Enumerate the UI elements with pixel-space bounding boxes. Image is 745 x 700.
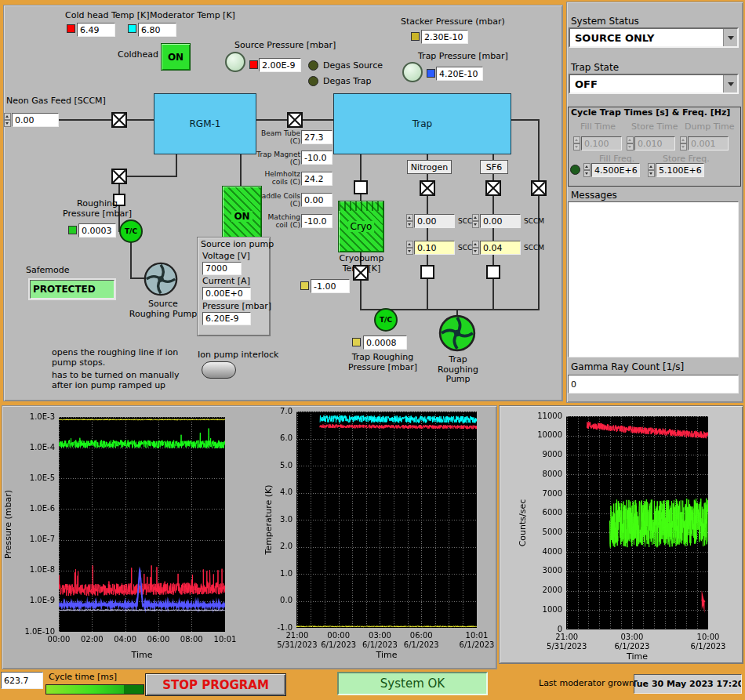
beam-tube-valve[interactable] — [287, 112, 303, 128]
store-time-label: Store Time — [631, 122, 678, 132]
cryo-box: Cryo — [338, 201, 384, 252]
neon-gas-feed-input[interactable]: 0.00 — [12, 113, 59, 127]
store-freq-stepper[interactable] — [648, 163, 655, 177]
roughing-valve[interactable] — [111, 169, 127, 184]
source-pressure-label: Source Pressure [mbar] — [234, 41, 336, 51]
moderator-indicator — [128, 24, 136, 33]
safemode-value: PROTECTED — [30, 280, 114, 299]
chevron-down-icon[interactable] — [723, 29, 737, 46]
dump-time-stepper — [680, 136, 687, 151]
pipe-line — [240, 153, 242, 187]
cycle-time-value: 623.7 — [1, 672, 43, 689]
system-ok-status: System OK — [337, 672, 488, 695]
pipe-line — [427, 194, 428, 267]
source-pressure-led — [225, 52, 245, 72]
trap-roughing-valve[interactable] — [353, 265, 369, 281]
temperature-chart — [263, 405, 499, 670]
pipe-line — [510, 119, 539, 121]
store-freq-input[interactable]: 5.100E+6 — [656, 163, 704, 177]
fill-freq-stepper[interactable] — [583, 163, 591, 177]
freq-enable-led[interactable] — [570, 165, 580, 175]
trap-roughing-pressure-indicator — [352, 338, 361, 346]
beam-tube-value: 27.3 — [301, 130, 333, 144]
fill-time-label: Fill Time — [580, 122, 616, 132]
n2-trickle-flow-input[interactable]: 0.10 — [414, 241, 455, 255]
coldhead-on-button[interactable]: ON — [161, 43, 191, 71]
nitrogen-valve[interactable] — [420, 180, 435, 196]
sf6-main-flow-unit: SCCM — [524, 217, 544, 225]
trap-magnet-value: -10.0 — [301, 151, 333, 165]
stop-program-button[interactable]: STOP PROGRAM — [145, 673, 286, 696]
source-roughing-pump-label: Source Roughing Pump — [128, 299, 198, 319]
system-status-dropdown[interactable]: SOURCE ONLY — [569, 27, 739, 48]
vent-valve[interactable] — [531, 180, 547, 196]
sf6-fitting — [486, 265, 500, 279]
sf6-valve[interactable] — [485, 180, 501, 196]
trap-state-value: OFF — [570, 75, 723, 92]
fill-freq-input[interactable]: 4.500E+6 — [591, 163, 640, 177]
roughing-pressure-value: 0.0003 — [78, 223, 116, 238]
cold-head-indicator — [67, 24, 75, 33]
trap-pressure-led — [402, 62, 423, 82]
stacker-pressure-indicator — [411, 32, 420, 41]
trap-state-dropdown[interactable]: OFF — [569, 74, 739, 94]
main-window: Cold head Temp [K] Moderator Temp [K] 6.… — [0, 0, 745, 700]
helmholtz-coils-value: 24.2 — [301, 172, 333, 186]
stacker-pressure-label: Stacker Pressure (mbar) — [401, 17, 505, 27]
trap-roughing-pump-icon[interactable] — [438, 314, 477, 353]
rgm-box: RGM-1 — [154, 93, 256, 154]
ion-pump-voltage-value[interactable]: 7000 — [202, 262, 242, 275]
last-moderator-label: Last moderator grown — [539, 679, 634, 689]
source-roughing-pump-icon[interactable] — [143, 261, 179, 297]
source-pressure-value: 2.00E-9 — [259, 58, 301, 72]
chevron-down-icon[interactable] — [723, 75, 737, 92]
n2-trickle-flow-stepper[interactable] — [406, 241, 413, 255]
source-tc-gauge: T/C — [119, 219, 143, 243]
neon-feed-valve[interactable] — [111, 112, 127, 128]
matching-coil-value: -10.0 — [301, 214, 333, 228]
messages-label: Messages — [571, 190, 617, 201]
cycle-time-progress — [45, 684, 144, 695]
system-status-value: SOURCE ONLY — [570, 29, 723, 46]
sf6-trickle-flow-input[interactable]: 0.04 — [480, 241, 521, 255]
interlock-note-2: has to be turned on manually after ion p… — [52, 371, 201, 390]
saddle-coils-label: Saddle Coils (C) — [256, 193, 300, 209]
trap-roughing-pressure-value: 0.0008 — [363, 335, 407, 350]
trap-pressure-value: 4.20E-10 — [436, 67, 483, 81]
sf6-label-box: SF6 — [480, 160, 508, 174]
pipe-line — [119, 176, 177, 177]
neon-gas-feed-stepper[interactable] — [4, 113, 11, 127]
ion-pump-interlock-switch[interactable] — [202, 361, 236, 379]
source-ion-pump-title: Source ion pump — [201, 240, 274, 250]
sf6-trickle-flow-stepper[interactable] — [472, 241, 479, 255]
stacker-pressure-value: 2.30E-10 — [421, 30, 468, 44]
moderator-temp-label: Moderator Temp [K] — [150, 11, 235, 21]
trap-tc-gauge: T/C — [374, 308, 398, 332]
cryo-label: Cryo — [348, 221, 375, 232]
dump-time-label: Dump Time — [685, 122, 735, 132]
trap-pressure-label: Trap Pressure [mbar] — [418, 52, 508, 62]
neon-gas-feed-label: Neon Gas Feed [SCCM] — [6, 96, 106, 107]
messages-box[interactable] — [568, 201, 739, 357]
degas-trap-led[interactable] — [308, 76, 318, 86]
trap-roughing-pump-label: Trap Roughing Pump — [427, 355, 489, 385]
helmholtz-coils-label: Helmholtz coils (C) — [256, 171, 300, 187]
degas-source-led[interactable] — [308, 60, 318, 71]
moderator-temp-value: 6.80 — [138, 23, 176, 37]
roughing-pressure-label: Roughing Pressure [mbar] — [61, 199, 133, 219]
trap-magnet-label: Trap Magnet (C) — [256, 151, 300, 167]
store-time-stepper — [627, 136, 634, 151]
sf6-main-flow-stepper[interactable] — [472, 214, 479, 228]
cycle-time-progress-fill — [46, 685, 124, 694]
n2-main-flow-input[interactable]: 0.00 — [414, 214, 455, 228]
trap-roughing-pressure-label: Trap Roughing Pressure [mbar] — [345, 353, 420, 372]
n2-main-flow-stepper[interactable] — [406, 214, 413, 228]
pipe-line — [538, 194, 540, 310]
system-status-label: System Status — [571, 16, 639, 27]
last-moderator-value: Tue 30 May 2023 17:20 — [634, 674, 742, 694]
sf6-main-flow-input[interactable]: 0.00 — [480, 214, 521, 228]
matching-coil-label: Matching coil (C) — [256, 214, 300, 230]
gamma-ray-count-value: 0 — [568, 375, 739, 394]
cycle-trap-title: Cycle Trap Times [s] & Freq. [Hz] — [571, 108, 730, 118]
n2-fitting — [420, 265, 434, 279]
